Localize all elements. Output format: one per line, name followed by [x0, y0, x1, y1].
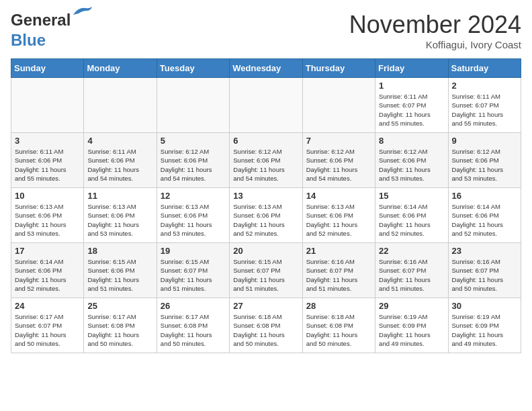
day-info: Sunrise: 6:14 AM Sunset: 6:06 PM Dayligh…	[15, 257, 80, 293]
day-cell-18: 18Sunrise: 6:15 AM Sunset: 6:06 PM Dayli…	[84, 243, 157, 298]
day-info: Sunrise: 6:16 AM Sunset: 6:07 PM Dayligh…	[379, 257, 444, 293]
day-cell-21: 21Sunrise: 6:16 AM Sunset: 6:07 PM Dayli…	[302, 243, 375, 298]
weekday-header-friday: Friday	[375, 59, 448, 78]
day-info: Sunrise: 6:15 AM Sunset: 6:07 PM Dayligh…	[161, 257, 226, 293]
day-number: 17	[15, 246, 80, 256]
day-number: 25	[87, 301, 152, 311]
day-number: 4	[87, 136, 152, 146]
day-number: 18	[87, 246, 152, 256]
day-info: Sunrise: 6:12 AM Sunset: 6:06 PM Dayligh…	[161, 147, 226, 183]
weekday-header-wednesday: Wednesday	[230, 59, 302, 78]
day-info: Sunrise: 6:11 AM Sunset: 6:06 PM Dayligh…	[15, 147, 80, 183]
day-cell-24: 24Sunrise: 6:17 AM Sunset: 6:07 PM Dayli…	[11, 298, 84, 353]
day-info: Sunrise: 6:11 AM Sunset: 6:07 PM Dayligh…	[379, 92, 444, 128]
month-title: November 2024	[349, 11, 521, 39]
day-number: 5	[161, 136, 226, 146]
day-number: 27	[233, 301, 298, 311]
day-info: Sunrise: 6:13 AM Sunset: 6:06 PM Dayligh…	[161, 202, 226, 238]
day-number: 9	[452, 136, 517, 146]
day-number: 3	[15, 136, 80, 146]
day-cell-19: 19Sunrise: 6:15 AM Sunset: 6:07 PM Dayli…	[157, 243, 229, 298]
week-row-4: 17Sunrise: 6:14 AM Sunset: 6:06 PM Dayli…	[11, 243, 521, 298]
day-number: 14	[306, 191, 371, 201]
weekday-header-saturday: Saturday	[448, 59, 521, 78]
day-info: Sunrise: 6:19 AM Sunset: 6:09 PM Dayligh…	[452, 312, 517, 348]
day-info: Sunrise: 6:13 AM Sunset: 6:06 PM Dayligh…	[15, 202, 80, 238]
day-info: Sunrise: 6:14 AM Sunset: 6:06 PM Dayligh…	[452, 202, 517, 238]
day-info: Sunrise: 6:17 AM Sunset: 6:08 PM Dayligh…	[161, 312, 226, 348]
empty-cell	[302, 78, 375, 133]
day-cell-20: 20Sunrise: 6:15 AM Sunset: 6:07 PM Dayli…	[230, 243, 302, 298]
location: Koffiagui, Ivory Coast	[349, 39, 521, 50]
day-info: Sunrise: 6:13 AM Sunset: 6:06 PM Dayligh…	[233, 202, 298, 238]
day-cell-7: 7Sunrise: 6:12 AM Sunset: 6:06 PM Daylig…	[302, 133, 375, 188]
week-row-1: 1Sunrise: 6:11 AM Sunset: 6:07 PM Daylig…	[11, 78, 521, 133]
weekday-header-monday: Monday	[84, 59, 157, 78]
day-number: 21	[306, 246, 371, 256]
day-number: 12	[161, 191, 226, 201]
day-info: Sunrise: 6:17 AM Sunset: 6:08 PM Dayligh…	[87, 312, 152, 348]
day-cell-23: 23Sunrise: 6:16 AM Sunset: 6:07 PM Dayli…	[448, 243, 521, 298]
day-cell-9: 9Sunrise: 6:12 AM Sunset: 6:06 PM Daylig…	[448, 133, 521, 188]
day-cell-5: 5Sunrise: 6:12 AM Sunset: 6:06 PM Daylig…	[157, 133, 229, 188]
day-info: Sunrise: 6:12 AM Sunset: 6:06 PM Dayligh…	[233, 147, 298, 183]
day-info: Sunrise: 6:11 AM Sunset: 6:07 PM Dayligh…	[452, 92, 517, 128]
day-cell-30: 30Sunrise: 6:19 AM Sunset: 6:09 PM Dayli…	[448, 298, 521, 353]
day-number: 10	[15, 191, 80, 201]
day-info: Sunrise: 6:18 AM Sunset: 6:08 PM Dayligh…	[233, 312, 298, 348]
title-block: November 2024 Koffiagui, Ivory Coast	[349, 11, 521, 50]
weekday-header-tuesday: Tuesday	[157, 59, 229, 78]
day-number: 30	[452, 301, 517, 311]
day-cell-26: 26Sunrise: 6:17 AM Sunset: 6:08 PM Dayli…	[157, 298, 229, 353]
day-number: 26	[161, 301, 226, 311]
day-cell-2: 2Sunrise: 6:11 AM Sunset: 6:07 PM Daylig…	[448, 78, 521, 133]
logo: General Blue	[11, 11, 71, 50]
day-cell-12: 12Sunrise: 6:13 AM Sunset: 6:06 PM Dayli…	[157, 188, 229, 243]
day-cell-28: 28Sunrise: 6:18 AM Sunset: 6:08 PM Dayli…	[302, 298, 375, 353]
day-number: 16	[452, 191, 517, 201]
day-number: 7	[306, 136, 371, 146]
day-cell-4: 4Sunrise: 6:11 AM Sunset: 6:06 PM Daylig…	[84, 133, 157, 188]
weekday-header-row: SundayMondayTuesdayWednesdayThursdayFrid…	[11, 59, 521, 78]
day-number: 11	[87, 191, 152, 201]
day-cell-25: 25Sunrise: 6:17 AM Sunset: 6:08 PM Dayli…	[84, 298, 157, 353]
day-number: 8	[379, 136, 444, 146]
weekday-header-thursday: Thursday	[302, 59, 375, 78]
day-info: Sunrise: 6:12 AM Sunset: 6:06 PM Dayligh…	[379, 147, 444, 183]
day-number: 19	[161, 246, 226, 256]
day-number: 29	[379, 301, 444, 311]
day-number: 28	[306, 301, 371, 311]
day-cell-13: 13Sunrise: 6:13 AM Sunset: 6:06 PM Dayli…	[230, 188, 302, 243]
day-info: Sunrise: 6:14 AM Sunset: 6:06 PM Dayligh…	[379, 202, 444, 238]
week-row-3: 10Sunrise: 6:13 AM Sunset: 6:06 PM Dayli…	[11, 188, 521, 243]
day-number: 13	[233, 191, 298, 201]
day-info: Sunrise: 6:17 AM Sunset: 6:07 PM Dayligh…	[15, 312, 80, 348]
empty-cell	[230, 78, 302, 133]
logo-general: General	[11, 11, 71, 29]
day-cell-27: 27Sunrise: 6:18 AM Sunset: 6:08 PM Dayli…	[230, 298, 302, 353]
day-cell-17: 17Sunrise: 6:14 AM Sunset: 6:06 PM Dayli…	[11, 243, 84, 298]
day-cell-1: 1Sunrise: 6:11 AM Sunset: 6:07 PM Daylig…	[375, 78, 448, 133]
logo-blue: Blue	[11, 31, 46, 49]
day-cell-16: 16Sunrise: 6:14 AM Sunset: 6:06 PM Dayli…	[448, 188, 521, 243]
day-info: Sunrise: 6:16 AM Sunset: 6:07 PM Dayligh…	[452, 257, 517, 293]
day-info: Sunrise: 6:15 AM Sunset: 6:07 PM Dayligh…	[233, 257, 298, 293]
day-info: Sunrise: 6:16 AM Sunset: 6:07 PM Dayligh…	[306, 257, 371, 293]
empty-cell	[84, 78, 157, 133]
day-cell-22: 22Sunrise: 6:16 AM Sunset: 6:07 PM Dayli…	[375, 243, 448, 298]
empty-cell	[11, 78, 84, 133]
day-number: 1	[379, 81, 444, 91]
week-row-5: 24Sunrise: 6:17 AM Sunset: 6:07 PM Dayli…	[11, 298, 521, 353]
day-cell-3: 3Sunrise: 6:11 AM Sunset: 6:06 PM Daylig…	[11, 133, 84, 188]
logo-bird-icon	[72, 5, 93, 17]
day-info: Sunrise: 6:13 AM Sunset: 6:06 PM Dayligh…	[87, 202, 152, 238]
day-cell-6: 6Sunrise: 6:12 AM Sunset: 6:06 PM Daylig…	[230, 133, 302, 188]
weekday-header-sunday: Sunday	[11, 59, 84, 78]
page-header: General Blue November 2024 Koffiagui, Iv…	[11, 11, 521, 50]
day-cell-29: 29Sunrise: 6:19 AM Sunset: 6:09 PM Dayli…	[375, 298, 448, 353]
day-number: 20	[233, 246, 298, 256]
day-number: 15	[379, 191, 444, 201]
day-info: Sunrise: 6:11 AM Sunset: 6:06 PM Dayligh…	[87, 147, 152, 183]
day-cell-10: 10Sunrise: 6:13 AM Sunset: 6:06 PM Dayli…	[11, 188, 84, 243]
day-cell-8: 8Sunrise: 6:12 AM Sunset: 6:06 PM Daylig…	[375, 133, 448, 188]
